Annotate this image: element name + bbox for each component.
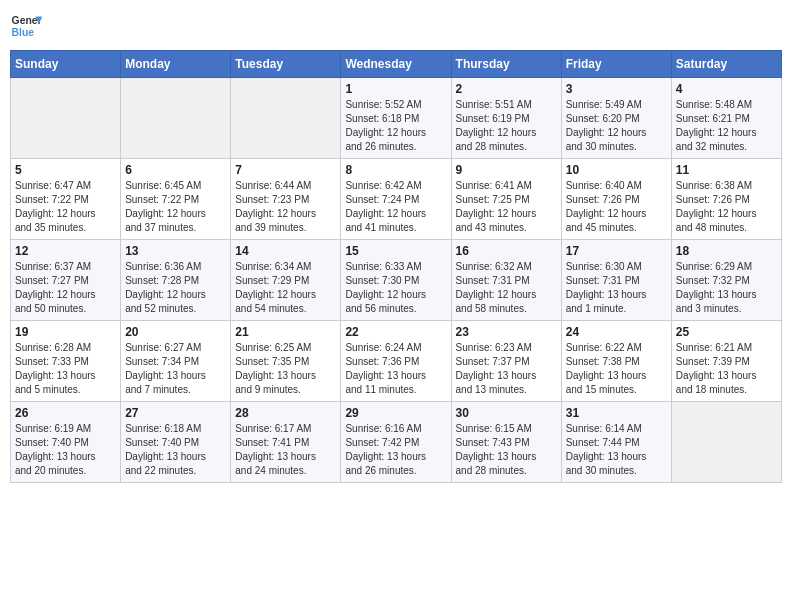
logo-icon: General Blue <box>10 10 42 42</box>
day-info: Sunrise: 6:17 AMSunset: 7:41 PMDaylight:… <box>235 422 336 478</box>
day-number: 25 <box>676 325 777 339</box>
day-info: Sunrise: 6:25 AMSunset: 7:35 PMDaylight:… <box>235 341 336 397</box>
day-number: 17 <box>566 244 667 258</box>
week-row-5: 26Sunrise: 6:19 AMSunset: 7:40 PMDayligh… <box>11 402 782 483</box>
day-number: 21 <box>235 325 336 339</box>
day-number: 12 <box>15 244 116 258</box>
day-number: 10 <box>566 163 667 177</box>
day-number: 24 <box>566 325 667 339</box>
header-wednesday: Wednesday <box>341 51 451 78</box>
day-cell-18: 18Sunrise: 6:29 AMSunset: 7:32 PMDayligh… <box>671 240 781 321</box>
week-row-4: 19Sunrise: 6:28 AMSunset: 7:33 PMDayligh… <box>11 321 782 402</box>
day-info: Sunrise: 6:34 AMSunset: 7:29 PMDaylight:… <box>235 260 336 316</box>
day-cell-27: 27Sunrise: 6:18 AMSunset: 7:40 PMDayligh… <box>121 402 231 483</box>
page-header: General Blue <box>10 10 782 42</box>
day-number: 31 <box>566 406 667 420</box>
day-cell-30: 30Sunrise: 6:15 AMSunset: 7:43 PMDayligh… <box>451 402 561 483</box>
day-number: 1 <box>345 82 446 96</box>
day-info: Sunrise: 6:19 AMSunset: 7:40 PMDaylight:… <box>15 422 116 478</box>
header-thursday: Thursday <box>451 51 561 78</box>
day-number: 22 <box>345 325 446 339</box>
day-number: 13 <box>125 244 226 258</box>
header-monday: Monday <box>121 51 231 78</box>
day-info: Sunrise: 6:22 AMSunset: 7:38 PMDaylight:… <box>566 341 667 397</box>
day-info: Sunrise: 6:16 AMSunset: 7:42 PMDaylight:… <box>345 422 446 478</box>
header-friday: Friday <box>561 51 671 78</box>
day-info: Sunrise: 6:32 AMSunset: 7:31 PMDaylight:… <box>456 260 557 316</box>
day-cell-7: 7Sunrise: 6:44 AMSunset: 7:23 PMDaylight… <box>231 159 341 240</box>
empty-cell <box>121 78 231 159</box>
day-cell-24: 24Sunrise: 6:22 AMSunset: 7:38 PMDayligh… <box>561 321 671 402</box>
day-number: 2 <box>456 82 557 96</box>
header-saturday: Saturday <box>671 51 781 78</box>
day-info: Sunrise: 6:44 AMSunset: 7:23 PMDaylight:… <box>235 179 336 235</box>
day-number: 14 <box>235 244 336 258</box>
svg-text:Blue: Blue <box>12 27 35 38</box>
day-info: Sunrise: 5:48 AMSunset: 6:21 PMDaylight:… <box>676 98 777 154</box>
day-cell-20: 20Sunrise: 6:27 AMSunset: 7:34 PMDayligh… <box>121 321 231 402</box>
day-number: 6 <box>125 163 226 177</box>
empty-cell <box>231 78 341 159</box>
day-info: Sunrise: 6:45 AMSunset: 7:22 PMDaylight:… <box>125 179 226 235</box>
day-cell-5: 5Sunrise: 6:47 AMSunset: 7:22 PMDaylight… <box>11 159 121 240</box>
day-cell-28: 28Sunrise: 6:17 AMSunset: 7:41 PMDayligh… <box>231 402 341 483</box>
day-info: Sunrise: 6:18 AMSunset: 7:40 PMDaylight:… <box>125 422 226 478</box>
day-cell-14: 14Sunrise: 6:34 AMSunset: 7:29 PMDayligh… <box>231 240 341 321</box>
day-number: 30 <box>456 406 557 420</box>
day-cell-2: 2Sunrise: 5:51 AMSunset: 6:19 PMDaylight… <box>451 78 561 159</box>
day-cell-26: 26Sunrise: 6:19 AMSunset: 7:40 PMDayligh… <box>11 402 121 483</box>
day-info: Sunrise: 6:28 AMSunset: 7:33 PMDaylight:… <box>15 341 116 397</box>
day-info: Sunrise: 6:47 AMSunset: 7:22 PMDaylight:… <box>15 179 116 235</box>
logo: General Blue <box>10 10 42 42</box>
day-info: Sunrise: 6:15 AMSunset: 7:43 PMDaylight:… <box>456 422 557 478</box>
day-number: 18 <box>676 244 777 258</box>
week-row-1: 1Sunrise: 5:52 AMSunset: 6:18 PMDaylight… <box>11 78 782 159</box>
day-cell-16: 16Sunrise: 6:32 AMSunset: 7:31 PMDayligh… <box>451 240 561 321</box>
day-number: 27 <box>125 406 226 420</box>
day-info: Sunrise: 6:29 AMSunset: 7:32 PMDaylight:… <box>676 260 777 316</box>
week-row-3: 12Sunrise: 6:37 AMSunset: 7:27 PMDayligh… <box>11 240 782 321</box>
day-info: Sunrise: 6:27 AMSunset: 7:34 PMDaylight:… <box>125 341 226 397</box>
day-info: Sunrise: 6:14 AMSunset: 7:44 PMDaylight:… <box>566 422 667 478</box>
day-number: 7 <box>235 163 336 177</box>
day-cell-13: 13Sunrise: 6:36 AMSunset: 7:28 PMDayligh… <box>121 240 231 321</box>
day-info: Sunrise: 5:49 AMSunset: 6:20 PMDaylight:… <box>566 98 667 154</box>
day-number: 26 <box>15 406 116 420</box>
day-info: Sunrise: 6:40 AMSunset: 7:26 PMDaylight:… <box>566 179 667 235</box>
day-info: Sunrise: 6:21 AMSunset: 7:39 PMDaylight:… <box>676 341 777 397</box>
day-number: 3 <box>566 82 667 96</box>
day-info: Sunrise: 6:23 AMSunset: 7:37 PMDaylight:… <box>456 341 557 397</box>
day-number: 16 <box>456 244 557 258</box>
day-cell-15: 15Sunrise: 6:33 AMSunset: 7:30 PMDayligh… <box>341 240 451 321</box>
header-sunday: Sunday <box>11 51 121 78</box>
day-number: 20 <box>125 325 226 339</box>
day-cell-19: 19Sunrise: 6:28 AMSunset: 7:33 PMDayligh… <box>11 321 121 402</box>
day-cell-4: 4Sunrise: 5:48 AMSunset: 6:21 PMDaylight… <box>671 78 781 159</box>
day-info: Sunrise: 5:52 AMSunset: 6:18 PMDaylight:… <box>345 98 446 154</box>
day-cell-3: 3Sunrise: 5:49 AMSunset: 6:20 PMDaylight… <box>561 78 671 159</box>
day-cell-11: 11Sunrise: 6:38 AMSunset: 7:26 PMDayligh… <box>671 159 781 240</box>
day-cell-31: 31Sunrise: 6:14 AMSunset: 7:44 PMDayligh… <box>561 402 671 483</box>
day-info: Sunrise: 6:36 AMSunset: 7:28 PMDaylight:… <box>125 260 226 316</box>
day-number: 28 <box>235 406 336 420</box>
day-number: 8 <box>345 163 446 177</box>
days-header-row: SundayMondayTuesdayWednesdayThursdayFrid… <box>11 51 782 78</box>
day-info: Sunrise: 5:51 AMSunset: 6:19 PMDaylight:… <box>456 98 557 154</box>
day-cell-17: 17Sunrise: 6:30 AMSunset: 7:31 PMDayligh… <box>561 240 671 321</box>
day-info: Sunrise: 6:33 AMSunset: 7:30 PMDaylight:… <box>345 260 446 316</box>
day-info: Sunrise: 6:24 AMSunset: 7:36 PMDaylight:… <box>345 341 446 397</box>
header-tuesday: Tuesday <box>231 51 341 78</box>
day-cell-22: 22Sunrise: 6:24 AMSunset: 7:36 PMDayligh… <box>341 321 451 402</box>
day-number: 5 <box>15 163 116 177</box>
day-number: 4 <box>676 82 777 96</box>
day-info: Sunrise: 6:38 AMSunset: 7:26 PMDaylight:… <box>676 179 777 235</box>
day-cell-6: 6Sunrise: 6:45 AMSunset: 7:22 PMDaylight… <box>121 159 231 240</box>
calendar-table: SundayMondayTuesdayWednesdayThursdayFrid… <box>10 50 782 483</box>
day-info: Sunrise: 6:41 AMSunset: 7:25 PMDaylight:… <box>456 179 557 235</box>
day-info: Sunrise: 6:37 AMSunset: 7:27 PMDaylight:… <box>15 260 116 316</box>
day-number: 11 <box>676 163 777 177</box>
day-number: 19 <box>15 325 116 339</box>
day-number: 15 <box>345 244 446 258</box>
day-number: 29 <box>345 406 446 420</box>
day-cell-12: 12Sunrise: 6:37 AMSunset: 7:27 PMDayligh… <box>11 240 121 321</box>
